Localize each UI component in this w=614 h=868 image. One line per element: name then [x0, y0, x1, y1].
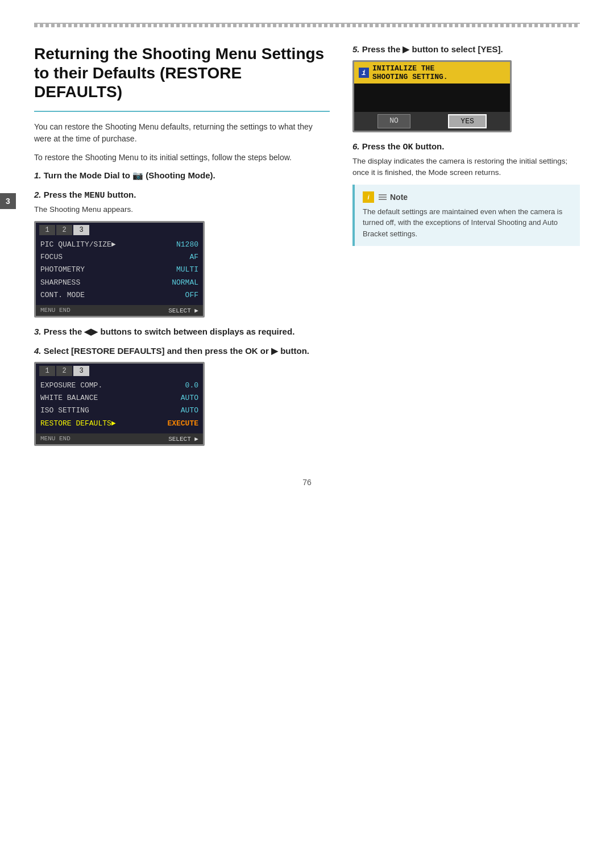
step-2-number: 2.	[34, 190, 42, 199]
step-6: 6. Press the OK button. The display indi…	[352, 141, 580, 246]
lcd-info-text-2: SHOOTING SETTING.	[372, 73, 448, 81]
lcd-footer-left-2: MENU END	[40, 435, 70, 443]
lcd-content-1: PIC QUALITY/SIZE► N1280 FOCUS AF PHOTOME…	[36, 235, 203, 305]
step-2-button-text: button.	[107, 190, 136, 199]
step-3-number: 3.	[34, 327, 42, 336]
left-column: 3 Returning the Shooting Menu Settings t…	[34, 44, 330, 455]
lcd-tabs-2: 1 2 3	[36, 364, 203, 376]
lcd-row-2-value: AF	[189, 252, 198, 262]
lcd-content-2: EXPOSURE COMP. 0.0 WHITE BALANCE AUTO IS…	[36, 376, 203, 433]
step-5-text-prefix: Press the ▶ button to select [YES].	[362, 44, 503, 54]
lcd-footer-2: MENU END SELECT ▶	[36, 433, 203, 444]
step-2-subtext: The Shooting Menu appears.	[34, 204, 330, 215]
lcd-footer-right-1: SELECT ▶	[168, 307, 198, 314]
note-title: Note	[390, 193, 408, 202]
page-number: 76	[34, 478, 580, 487]
step-5-label: 5. Press the ▶ button to select [YES].	[352, 44, 580, 55]
note-lines-icon	[379, 194, 387, 200]
lcd-row-s2-3-value: AUTO	[181, 406, 198, 416]
lcd-row-4-value: NORMAL	[172, 278, 198, 288]
lcd-tab-s2-2: 2	[56, 366, 72, 376]
lcd-row-3: PHOTOMETRY MULTI	[40, 264, 198, 276]
step-5-number: 5.	[352, 44, 360, 54]
right-column: 5. Press the ▶ button to select [YES]. i…	[352, 44, 580, 455]
lcd-screen-3: i INITIALIZE THE SHOOTING SETTING. NO YE…	[352, 60, 512, 132]
lcd-screen-2: 1 2 3 EXPOSURE COMP. 0.0 WHITE BALANCE A…	[34, 362, 205, 446]
lcd-row-5-label: CONT. MODE	[40, 290, 85, 301]
lcd-row-5-value: OFF	[185, 290, 198, 301]
lcd-tab-s2-1: 1	[39, 366, 55, 376]
step-3: 3. Press the ◀▶ buttons to switch betwee…	[34, 327, 330, 337]
lcd-screen-1: 1 2 3 PIC QUALITY/SIZE► N1280 FOCUS AF	[34, 221, 205, 318]
step-1-number: 1.	[34, 170, 42, 180]
lcd-row-1-label: PIC QUALITY/SIZE►	[40, 240, 116, 250]
lcd-yes-button[interactable]: YES	[448, 114, 486, 128]
lcd-tab-1: 1	[39, 225, 55, 235]
step-2: 2. Press the MENU button. The Shooting M…	[34, 190, 330, 318]
lcd-footer-right-2: SELECT ▶	[168, 435, 198, 443]
note-line-2	[379, 197, 387, 198]
lcd-row-s2-3: ISO SETTING AUTO	[40, 404, 198, 417]
note-header: i Note	[363, 191, 572, 203]
lcd-row-3-label: PHOTOMETRY	[40, 265, 85, 275]
lcd-info-text-block: INITIALIZE THE SHOOTING SETTING.	[372, 64, 448, 81]
lcd-row-s2-1: EXPOSURE COMP. 0.0	[40, 379, 198, 392]
step-6-number: 6.	[352, 141, 360, 151]
lcd-row-s2-4-restore: RESTORE DEFAULTS► EXECUTE	[40, 418, 198, 430]
step-5: 5. Press the ▶ button to select [YES]. i…	[352, 44, 580, 132]
lcd-no-button[interactable]: NO	[377, 114, 410, 128]
step-2-label: 2. Press the MENU button.	[34, 190, 330, 201]
lcd-row-s2-2: WHITE BALANCE AUTO	[40, 392, 198, 404]
lcd-footer-1: MENU END SELECT ▶	[36, 305, 203, 316]
step-6-text-prefix: Press the	[362, 141, 403, 151]
lcd-footer-left-1: MENU END	[40, 307, 70, 314]
step-6-button-text: button.	[416, 141, 445, 151]
step-2-text-prefix: Press the	[44, 190, 85, 199]
lcd-row-1-value: N1280	[176, 240, 198, 250]
lcd-row-s2-4-label: RESTORE DEFAULTS►	[40, 419, 116, 429]
step-1-label: 1. Turn the Mode Dial to 📷 (Shooting Mod…	[34, 170, 330, 181]
heading-divider	[34, 111, 330, 112]
two-col-layout: 3 Returning the Shooting Menu Settings t…	[34, 44, 580, 455]
note-box: i Note The default settings are maintain…	[352, 185, 580, 247]
lcd-row-s2-4-value: EXECUTE	[167, 419, 198, 429]
step-4-number: 4.	[34, 346, 42, 356]
lcd-info-text-1: INITIALIZE THE	[372, 64, 448, 73]
page-tab: 3	[0, 193, 16, 209]
lcd-info-bar: i INITIALIZE THE SHOOTING SETTING.	[354, 62, 510, 84]
step-3-text: Press the ◀▶ buttons to switch between d…	[44, 327, 295, 336]
lcd-row-5: CONT. MODE OFF	[40, 289, 198, 302]
lcd-row-s2-2-value: AUTO	[181, 393, 198, 403]
step-4: 4. Select [RESTORE DEFAULTS] and then pr…	[34, 346, 330, 446]
lcd-buttons-row: NO YES	[354, 112, 510, 131]
page-wrapper: 3 Returning the Shooting Menu Settings t…	[0, 0, 614, 868]
lcd-row-3-value: MULTI	[176, 265, 198, 275]
step-4-label: 4. Select [RESTORE DEFAULTS] and then pr…	[34, 346, 330, 356]
main-heading: Returning the Shooting Menu Settings to …	[34, 44, 330, 102]
lcd-tabs-1: 1 2 3	[36, 223, 203, 235]
step-1: 1. Turn the Mode Dial to 📷 (Shooting Mod…	[34, 170, 330, 181]
note-text: The default settings are maintained even…	[363, 206, 572, 240]
step-2-menu-word: MENU	[84, 191, 105, 201]
lcd-tab-s2-3-active: 3	[73, 366, 89, 376]
lcd-row-2-label: FOCUS	[40, 252, 63, 262]
lcd-row-s2-1-label: EXPOSURE COMP.	[40, 381, 102, 391]
lcd-dark-area	[354, 84, 510, 112]
note-line-3	[379, 199, 387, 200]
lcd-row-4-label: SHARPNESS	[40, 278, 80, 288]
lcd-row-s2-3-label: ISO SETTING	[40, 406, 89, 416]
lcd-row-2: FOCUS AF	[40, 251, 198, 264]
step-1-text: Turn the Mode Dial to 📷 (Shooting Mode).	[44, 170, 215, 180]
top-border	[34, 23, 580, 27]
step-6-ok-word: OK	[403, 143, 413, 152]
step-4-text: Select [RESTORE DEFAULTS] and then press…	[44, 346, 309, 356]
step-3-label: 3. Press the ◀▶ buttons to switch betwee…	[34, 327, 330, 337]
step-6-subtext: The display indicates the camera is rest…	[352, 156, 580, 179]
note-line-1	[379, 194, 387, 195]
lcd-tab-2: 2	[56, 225, 72, 235]
lcd-row-1: PIC QUALITY/SIZE► N1280	[40, 239, 198, 251]
lcd-row-s2-2-label: WHITE BALANCE	[40, 393, 98, 403]
intro-text-2: To restore the Shooting Menu to its init…	[34, 152, 330, 164]
step-6-label: 6. Press the OK button.	[352, 141, 580, 152]
lcd-tab-3-active: 3	[73, 225, 89, 235]
